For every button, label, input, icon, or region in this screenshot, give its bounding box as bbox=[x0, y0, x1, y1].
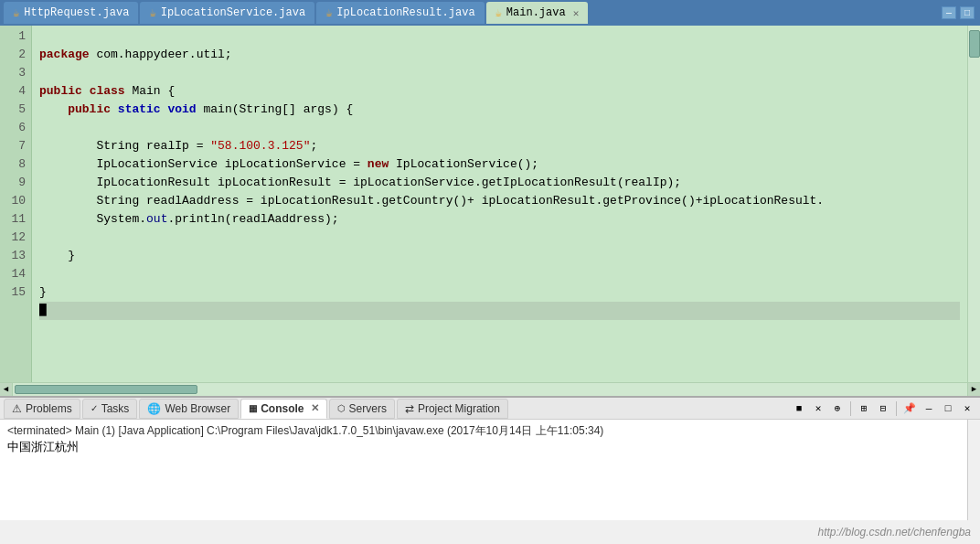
java-icon-2: ☕ bbox=[149, 6, 155, 20]
browser-icon: 🌐 bbox=[147, 402, 161, 415]
console-pin-button[interactable]: 📌 bbox=[900, 400, 919, 418]
java-icon-4: ☕ bbox=[495, 6, 502, 20]
console-main: <terminated> Main (1) [Java Application]… bbox=[0, 420, 967, 520]
console-clear-button[interactable]: ✕ bbox=[809, 400, 827, 418]
tab-label-1: HttpRequest.java bbox=[24, 6, 129, 19]
console-close[interactable]: ✕ bbox=[311, 402, 319, 414]
tab-iplocationservice[interactable]: ☕ IpLocationService.java bbox=[140, 2, 314, 24]
tab-tasks[interactable]: ✓ Tasks bbox=[82, 399, 138, 419]
problems-icon: ⚠ bbox=[12, 402, 22, 415]
console-scroll-lock-button[interactable]: ⊕ bbox=[828, 400, 847, 418]
console-copy-button[interactable]: ⊞ bbox=[855, 400, 873, 418]
editor-area: 1 2 3 4 5 6 7 8 9 10 11 12 13 14 15 pack… bbox=[0, 26, 980, 382]
bottom-tab-bar: ⚠ Problems ✓ Tasks 🌐 Web Browser ▦ Conso… bbox=[0, 396, 980, 420]
console-icon: ▦ bbox=[249, 403, 257, 413]
console-maximize-button[interactable]: □ bbox=[939, 400, 957, 418]
migration-label: Project Migration bbox=[418, 402, 500, 415]
tab-iplocationresult[interactable]: ☕ IpLocationResult.java bbox=[316, 2, 484, 24]
console-output[interactable]: <terminated> Main (1) [Java Application]… bbox=[0, 420, 967, 520]
console-text: 中国浙江杭州 bbox=[7, 439, 960, 455]
hscroll-thumb[interactable] bbox=[15, 385, 197, 394]
hscroll-left-button[interactable]: ◀ bbox=[0, 383, 13, 396]
maximize-button[interactable]: □ bbox=[960, 6, 975, 19]
tab-servers[interactable]: ⬡ Servers bbox=[329, 399, 395, 419]
tab-close-main[interactable]: ✕ bbox=[573, 7, 580, 19]
horizontal-scrollbar[interactable]: ◀ ▶ bbox=[0, 382, 980, 395]
code-content[interactable]: package com.happydeer.util; public class… bbox=[32, 26, 967, 382]
tasks-icon: ✓ bbox=[91, 403, 98, 413]
line-numbers: 1 2 3 4 5 6 7 8 9 10 11 12 13 14 15 bbox=[0, 26, 32, 382]
migration-icon: ⇄ bbox=[405, 402, 414, 415]
console-scrollbar[interactable] bbox=[967, 420, 980, 520]
tab-label-3: IpLocationResult.java bbox=[336, 6, 474, 19]
tab-console[interactable]: ▦ Console ✕ bbox=[240, 399, 326, 419]
console-status: <terminated> Main (1) [Java Application]… bbox=[7, 423, 960, 439]
tab-main[interactable]: ☕ Main.java ✕ bbox=[486, 2, 589, 24]
servers-icon: ⬡ bbox=[337, 403, 346, 413]
window-controls: — □ bbox=[942, 6, 980, 19]
tab-httprequest[interactable]: ☕ HttpRequest.java bbox=[4, 2, 138, 24]
tasks-label: Tasks bbox=[101, 402, 130, 415]
java-icon-3: ☕ bbox=[325, 6, 332, 20]
tab-migration[interactable]: ⇄ Project Migration bbox=[397, 399, 508, 419]
servers-label: Servers bbox=[349, 402, 387, 415]
tab-label-4: Main.java bbox=[506, 6, 566, 19]
separator-1 bbox=[850, 401, 851, 416]
bottom-panel-content: <terminated> Main (1) [Java Application]… bbox=[0, 420, 980, 520]
tab-bar: ☕ HttpRequest.java ☕ IpLocationService.j… bbox=[0, 0, 980, 26]
hscroll-right-button[interactable]: ▶ bbox=[967, 383, 980, 396]
console-close-btn[interactable]: ✕ bbox=[958, 400, 976, 418]
separator-2 bbox=[896, 401, 897, 416]
tab-label-2: IpLocationService.java bbox=[161, 6, 305, 19]
tab-problems[interactable]: ⚠ Problems bbox=[4, 399, 80, 419]
browser-label: Web Browser bbox=[165, 402, 230, 415]
scrollbar-thumb-v[interactable] bbox=[969, 30, 980, 58]
bottom-panel: ⚠ Problems ✓ Tasks 🌐 Web Browser ▦ Conso… bbox=[0, 395, 980, 520]
console-label: Console bbox=[261, 402, 304, 415]
console-minimize-button[interactable]: — bbox=[920, 400, 938, 418]
vertical-scrollbar[interactable] bbox=[967, 26, 980, 382]
console-stop-button[interactable]: ■ bbox=[790, 400, 808, 418]
minimize-button[interactable]: — bbox=[942, 6, 956, 19]
tab-webbrowser[interactable]: 🌐 Web Browser bbox=[139, 399, 239, 419]
java-icon-1: ☕ bbox=[13, 6, 19, 20]
hscroll-track bbox=[13, 383, 967, 396]
problems-label: Problems bbox=[26, 402, 72, 415]
console-paste-button[interactable]: ⊟ bbox=[874, 400, 892, 418]
